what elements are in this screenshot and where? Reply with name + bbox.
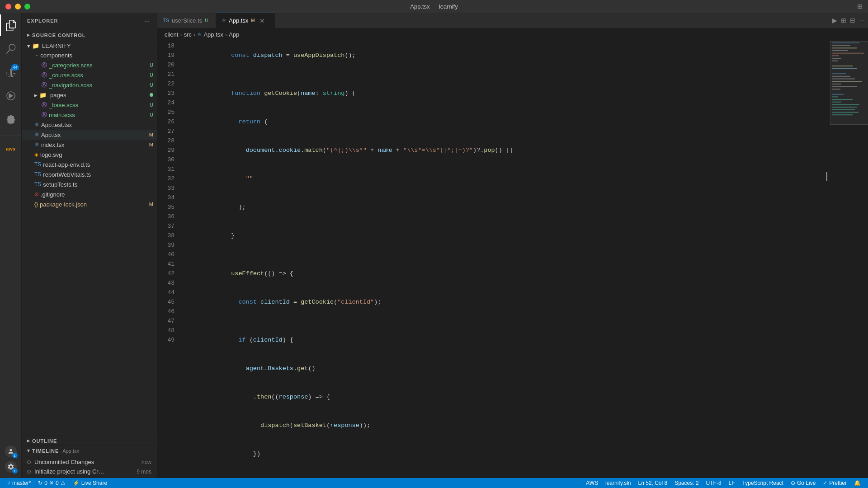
file-react-app-env[interactable]: TS react-app-env.d.ts: [22, 160, 157, 169]
status-liveshare[interactable]: ⚡ Live Share: [69, 478, 111, 488]
aws-icon[interactable]: aws: [0, 138, 22, 160]
status-sync[interactable]: ↻ 0 ✕ 0 ⚠: [34, 478, 69, 488]
code-line-27: useEffect(() => {: [187, 259, 830, 288]
extensions-icon[interactable]: [0, 108, 22, 130]
titlebar: App.tsx — learnify ⊞: [0, 0, 868, 13]
tab-userslice[interactable]: TS userSlice.ts U: [157, 13, 216, 28]
code-line-34: }): [187, 440, 830, 468]
split-editor-icon[interactable]: ⊞: [841, 17, 846, 24]
breadcrumb-src[interactable]: src: [184, 31, 192, 38]
code-line-28: const clientId = getCookie("clientId");: [187, 288, 830, 316]
folder-icon: 📁: [32, 42, 39, 49]
explorer-icon[interactable]: [0, 14, 22, 36]
file-base-scss[interactable]: Ⓢ _base.scss U: [22, 100, 157, 110]
layout-icon[interactable]: ⊞: [857, 3, 863, 10]
encoding-label: UTF-8: [706, 480, 722, 486]
status-prettier[interactable]: ✓ Prettier: [819, 480, 850, 486]
status-branch[interactable]: ⑂ master*: [4, 478, 34, 488]
more-actions-icon[interactable]: ···: [859, 17, 864, 24]
file-setup-tests[interactable]: TS setupTests.ts: [22, 179, 157, 189]
settings-icon[interactable]: 1: [5, 461, 17, 473]
timeline-section[interactable]: TIMELINE App.tsx: [22, 446, 157, 455]
file-app-test[interactable]: ⚛ App.test.tsx: [22, 120, 157, 130]
liveshare-label: Live Share: [81, 480, 107, 486]
file-app-tsx[interactable]: ⚛ App.tsx M: [22, 130, 157, 140]
timeline-init-label: Initialize project using Cr…: [34, 468, 104, 475]
code-content[interactable]: const dispatch = useAppDispatch(); funct…: [180, 41, 830, 478]
search-icon[interactable]: [0, 38, 22, 60]
line-numbers: 18 19 20 21 22 23 24 25 26 27 28 29 30 3…: [157, 41, 180, 478]
run-debug-icon[interactable]: ▶: [832, 17, 837, 24]
file-main-scss[interactable]: Ⓢ main.scss U: [22, 110, 157, 120]
source-control-toggle[interactable]: SOURCE CONTROL: [27, 28, 151, 40]
timeline-item-init[interactable]: Initialize project using Cr… 9 mos: [27, 467, 151, 476]
prettier-icon: ✓: [823, 480, 827, 486]
status-filepath[interactable]: learnify.sln: [602, 480, 634, 486]
status-aws[interactable]: AWS: [582, 480, 602, 486]
settings-badge: 1: [12, 468, 18, 474]
breadcrumb-app-symbol[interactable]: App: [229, 31, 239, 38]
tab-ts-icon: TS: [163, 18, 169, 23]
source-control-icon[interactable]: 44: [0, 61, 22, 83]
run-icon[interactable]: [0, 85, 22, 107]
ln33: 33: [157, 183, 175, 193]
minimize-button[interactable]: [15, 4, 21, 9]
toggle-panel-icon[interactable]: ⊟: [850, 17, 855, 24]
timeline-item-uncommitted[interactable]: Uncommitted Changes now: [27, 457, 151, 467]
ln45: 45: [157, 297, 175, 307]
tab-apptsx[interactable]: ⚛ App.tsx M ✕: [216, 13, 275, 28]
ln39: 39: [157, 240, 175, 250]
components-folder[interactable]: ··· components: [22, 50, 157, 60]
timeline-uncommitted-time: now: [142, 459, 151, 465]
file-gitignore[interactable]: ⊙ .gitignore: [22, 189, 157, 199]
prettier-label: Prettier: [829, 480, 847, 486]
components-folder-name: components: [40, 52, 157, 59]
timeline-dot-1: [27, 460, 31, 464]
outline-section[interactable]: OUTLINE: [22, 436, 157, 446]
aws-label: AWS: [586, 480, 598, 486]
warning-count: 0: [56, 480, 59, 486]
breadcrumb-apptsx[interactable]: App.tsx: [203, 31, 223, 38]
file-course-scss[interactable]: Ⓢ _course.scss U: [22, 70, 157, 80]
text-cursor: [826, 172, 827, 181]
file-package-lock[interactable]: {} package-lock.json M: [22, 199, 157, 209]
file-navigation-scss[interactable]: Ⓢ _navigation.scss U: [22, 80, 157, 90]
ln28: 28: [157, 136, 175, 145]
svg-icon: ◈: [34, 151, 38, 158]
minimap: [830, 41, 868, 478]
code-editor[interactable]: 18 19 20 21 22 23 24 25 26 27 28 29 30 3…: [157, 41, 868, 478]
status-notifications[interactable]: 🔔: [850, 480, 864, 486]
tab-close-btn[interactable]: ✕: [259, 17, 265, 24]
error-count: 0: [44, 480, 47, 486]
outline-chevron: [27, 438, 30, 444]
status-position[interactable]: Ln 52, Col 8: [634, 480, 671, 486]
more-options-btn[interactable]: ···: [142, 16, 151, 25]
breadcrumb-sep-1: ›: [180, 31, 182, 38]
learnify-folder[interactable]: 📁 LEARNIFY: [22, 42, 157, 50]
remote-icon[interactable]: 1: [5, 446, 17, 457]
file-index-tsx[interactable]: ⚛ index.tsx M: [22, 140, 157, 150]
status-line-ending[interactable]: LF: [725, 480, 739, 486]
tab-bar: TS userSlice.ts U ⚛ App.tsx M ✕ ▶ ⊞ ⊟ ··…: [157, 13, 868, 28]
ln32: 32: [157, 174, 175, 183]
file-name-gitignore: .gitignore: [41, 191, 157, 198]
status-language[interactable]: TypeScript React: [739, 480, 787, 486]
file-tree: 📁 LEARNIFY ··· components Ⓢ _categories.…: [22, 42, 157, 436]
source-control-label-text: SOURCE CONTROL: [32, 33, 86, 38]
window-title: App.tsx — learnify: [410, 3, 458, 10]
tsx-icon-test: ⚛: [34, 122, 39, 128]
pages-folder[interactable]: 📁 pages: [22, 90, 157, 100]
close-button[interactable]: [5, 4, 11, 9]
file-name-index-tsx: index.tsx: [41, 141, 147, 148]
sidebar-header-actions: ···: [142, 16, 151, 25]
file-report-web-vitals[interactable]: TS reportWebVitals.ts: [22, 169, 157, 179]
go-live-icon: ⊙: [791, 480, 795, 486]
file-categories-scss[interactable]: Ⓢ _categories.scss U: [22, 60, 157, 70]
maximize-button[interactable]: [24, 4, 30, 9]
timeline-uncommitted-label: Uncommitted Changes: [34, 459, 94, 465]
status-encoding[interactable]: UTF-8: [703, 480, 725, 486]
breadcrumb-client[interactable]: client: [165, 31, 178, 38]
status-go-live[interactable]: ⊙ Go Live: [787, 480, 819, 486]
status-spaces[interactable]: Spaces: 2: [671, 480, 702, 486]
file-logo-svg[interactable]: ◈ logo.svg: [22, 150, 157, 160]
